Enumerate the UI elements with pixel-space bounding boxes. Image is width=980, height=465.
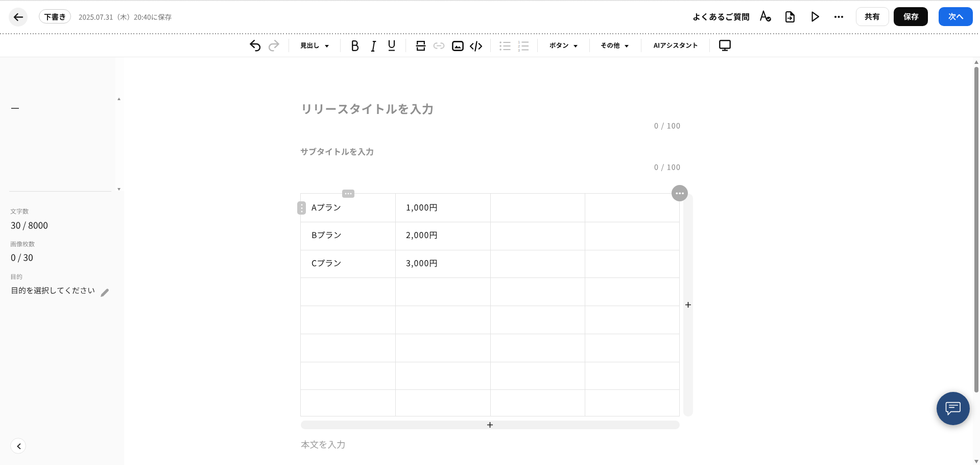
svg-text:3: 3 [518, 49, 520, 52]
svg-text:1: 1 [518, 40, 520, 44]
svg-text:2: 2 [518, 44, 520, 48]
